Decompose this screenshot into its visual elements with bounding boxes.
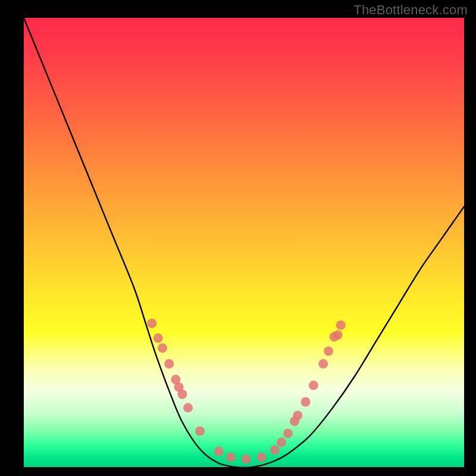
gpu-marker bbox=[283, 428, 293, 438]
watermark-text: TheBottleneck.com bbox=[353, 2, 468, 18]
gpu-marker bbox=[318, 359, 328, 368]
gpu-marker bbox=[293, 411, 302, 420]
curve-layer bbox=[24, 18, 464, 467]
gpu-marker bbox=[147, 318, 156, 328]
gpu-marker bbox=[324, 346, 333, 356]
gpu-marker bbox=[214, 447, 224, 456]
gpu-marker bbox=[336, 320, 346, 330]
gpu-marker bbox=[270, 445, 280, 455]
gpu-markers bbox=[147, 318, 346, 464]
chart-svg bbox=[24, 18, 464, 467]
gpu-marker bbox=[309, 381, 318, 390]
gpu-marker bbox=[158, 343, 167, 353]
bottleneck-curve bbox=[24, 18, 464, 467]
plot-area bbox=[24, 18, 464, 467]
gpu-marker bbox=[301, 397, 311, 407]
gpu-marker bbox=[177, 390, 187, 399]
gpu-marker bbox=[154, 333, 163, 343]
gpu-marker bbox=[257, 452, 267, 462]
gpu-marker bbox=[195, 427, 205, 436]
gpu-marker bbox=[164, 359, 174, 368]
gpu-marker bbox=[183, 403, 193, 412]
gpu-marker bbox=[242, 454, 251, 464]
chart-frame: TheBottleneck.com bbox=[0, 0, 476, 476]
gpu-marker bbox=[277, 438, 286, 447]
gpu-marker bbox=[226, 452, 236, 462]
gpu-marker bbox=[333, 330, 343, 340]
